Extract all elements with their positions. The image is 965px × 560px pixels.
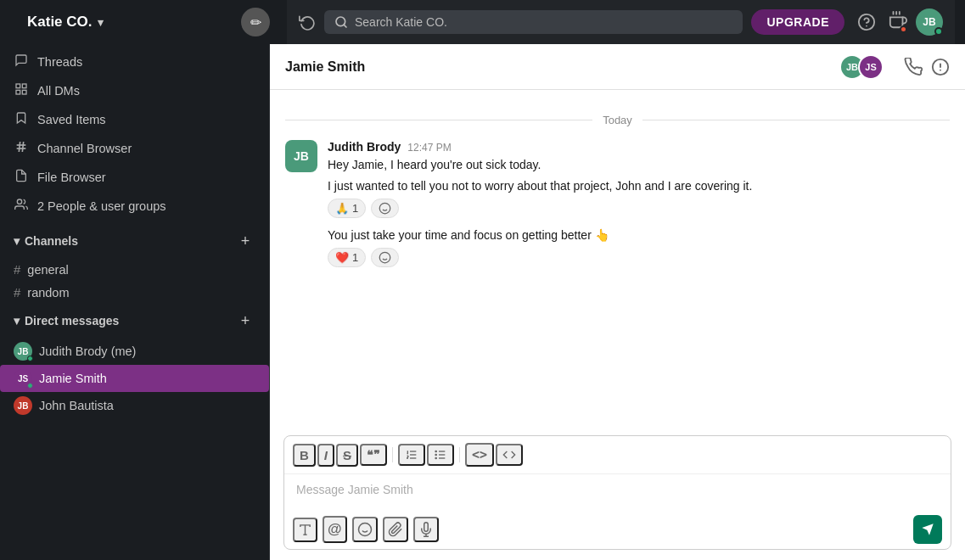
mention-button[interactable]: @ (323, 516, 347, 543)
sidebar-item-label: File Browser (37, 171, 106, 184)
svg-point-32 (435, 454, 436, 455)
sidebar-item-channel-browser[interactable]: Channel Browser (0, 134, 269, 163)
channels-arrow-icon: ▾ (14, 234, 20, 248)
compose-area: B I S ❝❞ <> Message Jamie Smith (283, 435, 951, 550)
sidebar-item-saved-items[interactable]: Saved Items (0, 105, 269, 134)
message-row: JB Judith Brody 12:47 PM Hey Jamie, I he… (285, 140, 950, 267)
dm-jamie[interactable]: JS Jamie Smith (0, 365, 269, 392)
dm-john[interactable]: JB John Bautista (0, 392, 269, 419)
channels-section-toggle[interactable]: ▾ Channels (14, 234, 78, 248)
history-button[interactable] (299, 14, 316, 31)
reaction-pray[interactable]: 🙏 1 (328, 199, 366, 218)
svg-point-33 (435, 457, 436, 458)
people-icon (14, 198, 29, 215)
chat-header: Jamie Smith JB JS (270, 44, 965, 90)
hash-icon: # (14, 285, 20, 300)
dm-avatar-john: JB (14, 396, 32, 415)
sidebar-item-file-browser[interactable]: File Browser (0, 163, 269, 192)
sidebar-nav: Threads All DMs Saved Items Channel Brow… (0, 44, 269, 224)
main-layout: Threads All DMs Saved Items Channel Brow… (0, 44, 965, 560)
sidebar-item-label: 2 People & user groups (37, 199, 166, 213)
channel-general[interactable]: # general (0, 258, 269, 281)
channels-section-label: Channels (25, 234, 78, 248)
call-button[interactable] (904, 58, 923, 76)
info-button[interactable] (931, 58, 950, 76)
hash-icon: # (14, 262, 20, 277)
text-format-button[interactable] (293, 518, 317, 542)
bold-button[interactable]: B (293, 444, 316, 467)
search-placeholder: Search Katie CO. (355, 15, 447, 29)
svg-rect-7 (16, 84, 20, 88)
italic-button[interactable]: I (317, 444, 334, 467)
sidebar-item-all-dms[interactable]: All DMs (0, 76, 269, 105)
emoji-button[interactable] (352, 517, 378, 542)
send-button[interactable] (913, 515, 942, 544)
header-avatar-jamie: JS (858, 54, 884, 80)
reaction-count: 1 (352, 202, 358, 215)
chat-contact-name: Jamie Smith (285, 59, 839, 75)
message-avatar: JB (285, 140, 317, 172)
toolbar-divider-2 (459, 447, 460, 462)
workspace-chevron-icon: ▾ (98, 16, 104, 29)
code-block-button[interactable] (496, 444, 523, 466)
audio-button[interactable] (413, 517, 439, 542)
dm-judith[interactable]: JB Judith Brody (me) (0, 338, 269, 365)
compose-input[interactable]: Message Jamie Smith (284, 474, 951, 510)
add-channel-button[interactable]: + (235, 231, 255, 251)
compose-placeholder: Message Jamie Smith (296, 483, 413, 496)
svg-rect-9 (22, 90, 26, 94)
unordered-list-button[interactable] (427, 444, 454, 466)
reactions-row-2: ❤️ 1 (328, 248, 950, 267)
dm-name: Jamie Smith (39, 372, 107, 385)
workspace-name[interactable]: Katie CO. ▾ (20, 10, 110, 34)
message-text-3: You just take your time and focus on get… (328, 227, 950, 244)
upgrade-button[interactable]: UPGRADE (751, 9, 844, 35)
search-icon (334, 15, 348, 29)
add-reaction-button-1[interactable] (371, 199, 399, 218)
reaction-heart[interactable]: ❤️ 1 (328, 248, 366, 267)
add-dm-button[interactable]: + (235, 311, 255, 331)
chat-header-avatars: JB JS (839, 54, 884, 80)
all-dms-icon (14, 82, 29, 99)
strikethrough-button[interactable]: S (336, 444, 358, 467)
svg-point-15 (17, 199, 21, 204)
saved-items-icon (14, 111, 29, 128)
ordered-list-button[interactable] (398, 444, 425, 466)
sidebar-item-label: All DMs (37, 84, 80, 98)
dm-avatar-judith: JB (14, 342, 32, 361)
reaction-emoji: 🙏 (335, 202, 349, 215)
message-body: Judith Brody 12:47 PM Hey Jamie, I heard… (328, 140, 950, 267)
topbar: Katie CO. ▾ ✏ Search Katie CO. UPGRADE J… (0, 0, 965, 44)
sidebar-item-people[interactable]: 2 People & user groups (0, 192, 269, 221)
quote-button[interactable]: ❝❞ (360, 444, 387, 466)
dms-section-toggle[interactable]: ▾ Direct messages (14, 314, 119, 328)
sidebar: Threads All DMs Saved Items Channel Brow… (0, 44, 270, 560)
help-button[interactable] (853, 8, 880, 36)
code-button[interactable]: <> (465, 443, 494, 467)
status-icon[interactable] (889, 11, 907, 33)
edit-button[interactable]: ✏ (241, 8, 270, 36)
sidebar-item-threads[interactable]: Threads (0, 48, 269, 76)
date-divider: Today (285, 114, 950, 126)
user-avatar[interactable]: JB (916, 8, 943, 36)
topbar-right: Search Katie CO. UPGRADE JB (287, 0, 955, 44)
reaction-count: 1 (352, 251, 358, 264)
dm-name: John Bautista (39, 399, 114, 412)
search-bar[interactable]: Search Katie CO. (324, 10, 743, 34)
dm-avatar-jamie: JS (14, 369, 32, 388)
dms-section-header: ▾ Direct messages + (0, 304, 269, 338)
svg-rect-8 (22, 84, 26, 88)
svg-line-14 (22, 142, 23, 152)
message-sender: Judith Brody (328, 140, 401, 154)
message-meta: Judith Brody 12:47 PM (328, 140, 950, 154)
channel-random[interactable]: # random (0, 281, 269, 304)
file-browser-icon (14, 169, 29, 186)
channel-name: random (27, 286, 69, 300)
attach-button[interactable] (383, 517, 408, 542)
message-time: 12:47 PM (407, 142, 451, 154)
sidebar-item-label: Saved Items (37, 113, 106, 126)
svg-line-1 (344, 25, 346, 27)
svg-point-19 (379, 203, 390, 214)
chat-messages: Today JB Judith Brody 12:47 PM Hey Jamie… (270, 90, 965, 428)
add-reaction-button-2[interactable] (371, 248, 399, 267)
